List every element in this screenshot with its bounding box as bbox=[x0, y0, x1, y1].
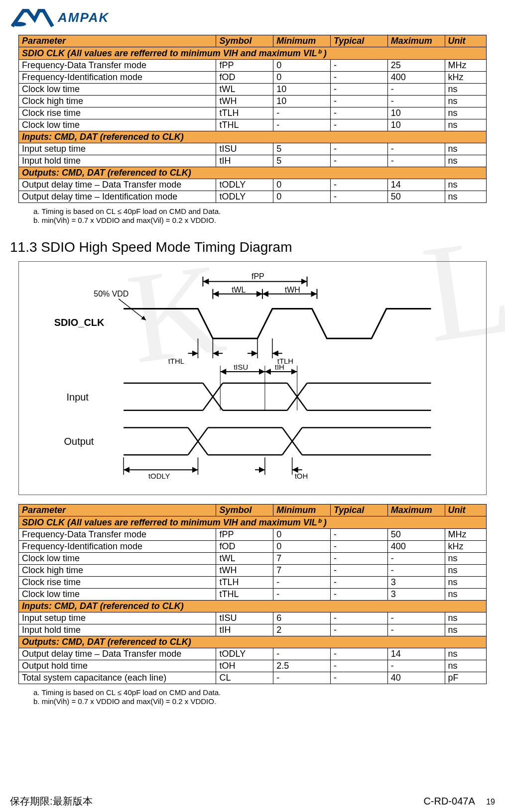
cell: - bbox=[273, 672, 331, 684]
svg-text:tIH: tIH bbox=[275, 363, 284, 371]
cell: - bbox=[387, 84, 445, 96]
cell: Clock high time bbox=[19, 96, 216, 107]
table-row: Clock rise timetTLH--10ns bbox=[19, 107, 487, 119]
cell: 0 bbox=[273, 179, 331, 191]
cell: tODLY bbox=[216, 179, 273, 191]
col-parameter: Parameter bbox=[19, 505, 216, 516]
cell: fOD bbox=[216, 541, 273, 553]
cell: Frequency-Identification mode bbox=[19, 72, 216, 84]
table-row: Output delay time – Data Transfer modetO… bbox=[19, 648, 487, 660]
cell: ns bbox=[445, 143, 486, 155]
cell: Total system capacitance (each line) bbox=[19, 672, 216, 684]
cell: 400 bbox=[387, 72, 445, 84]
col-maximum: Maximum bbox=[387, 505, 445, 516]
cell: 6 bbox=[273, 612, 331, 624]
cell: - bbox=[330, 60, 387, 72]
cell: - bbox=[387, 624, 445, 636]
cell: - bbox=[387, 612, 445, 624]
cell: MHz bbox=[445, 60, 486, 72]
cell: Clock rise time bbox=[19, 107, 216, 119]
svg-point-0 bbox=[12, 22, 26, 26]
cell: Input hold time bbox=[19, 624, 216, 636]
table-row: Clock low timetTHL--3ns bbox=[19, 589, 487, 601]
cell: CL bbox=[216, 672, 273, 684]
cell: 14 bbox=[387, 648, 445, 660]
cell: - bbox=[273, 589, 331, 601]
table-row: Clock high timetWH10--ns bbox=[19, 96, 487, 107]
cell: - bbox=[330, 577, 387, 589]
cell: tWH bbox=[216, 565, 273, 577]
cell: - bbox=[330, 107, 387, 119]
col-typical: Typical bbox=[330, 505, 387, 516]
cell: Output delay time – Data Transfer mode bbox=[19, 648, 216, 660]
cell: Frequency-Data Transfer mode bbox=[19, 529, 216, 541]
cell: Input setup time bbox=[19, 612, 216, 624]
cell: 7 bbox=[273, 565, 331, 577]
cell: 0 bbox=[273, 191, 331, 203]
cell: Output delay time – Data Transfer mode bbox=[19, 179, 216, 191]
cell: 10 bbox=[387, 119, 445, 131]
cell: Clock high time bbox=[19, 565, 216, 577]
table-row: Clock high timetWH7--ns bbox=[19, 565, 487, 577]
cell: ns bbox=[445, 577, 486, 589]
cell: tIH bbox=[216, 155, 273, 167]
cell: tTLH bbox=[216, 107, 273, 119]
section-inputs: Inputs: CMD, DAT (referenced to CLK) bbox=[19, 601, 487, 612]
cell: ns bbox=[445, 612, 486, 624]
timing-table-2: Parameter Symbol Minimum Typical Maximum… bbox=[18, 504, 487, 684]
cell: ns bbox=[445, 191, 486, 203]
cell: tWH bbox=[216, 96, 273, 107]
svg-text:tTHL: tTHL bbox=[168, 357, 184, 365]
cell: - bbox=[330, 565, 387, 577]
cell: ns bbox=[445, 565, 486, 577]
footnotes-1: a. Timing is based on CL ≤ 40pF load on … bbox=[18, 207, 487, 224]
footer-page: 19 bbox=[486, 798, 495, 806]
cell: 40 bbox=[387, 672, 445, 684]
cell: tODLY bbox=[216, 191, 273, 203]
cell: tTLH bbox=[216, 577, 273, 589]
cell: Input setup time bbox=[19, 143, 216, 155]
cell: - bbox=[330, 612, 387, 624]
table-row: Output delay time – Identification modet… bbox=[19, 191, 487, 203]
cell: 25 bbox=[387, 60, 445, 72]
table-row: Input setup timetISU5--ns bbox=[19, 143, 487, 155]
footer-left: 保存期限:最新版本 bbox=[10, 795, 93, 808]
footnote-a: a. Timing is based on CL ≤ 40pF load on … bbox=[33, 207, 487, 215]
cell: - bbox=[330, 648, 387, 660]
cell: Output hold time bbox=[19, 660, 216, 672]
logo-text: AMPAK bbox=[58, 10, 109, 25]
cell: 0 bbox=[273, 60, 331, 72]
cell: - bbox=[387, 143, 445, 155]
cell: - bbox=[330, 119, 387, 131]
col-typical: Typical bbox=[330, 35, 387, 47]
cell: - bbox=[330, 672, 387, 684]
section-outputs: Outputs: CMD, DAT (referenced to CLK) bbox=[19, 636, 487, 648]
cell: 7 bbox=[273, 553, 331, 565]
cell: ns bbox=[445, 155, 486, 167]
cell: tWL bbox=[216, 553, 273, 565]
cell: - bbox=[330, 660, 387, 672]
ampak-logo-icon bbox=[10, 5, 55, 30]
timing-diagram: fPP tWL tWH 50% VDD SDIO_CLK tTHL tTLH t… bbox=[18, 261, 487, 495]
svg-text:tWH: tWH bbox=[285, 286, 300, 294]
cell: tOH bbox=[216, 660, 273, 672]
cell: - bbox=[387, 553, 445, 565]
cell: - bbox=[330, 179, 387, 191]
cell: Output delay time – Identification mode bbox=[19, 191, 216, 203]
cell: - bbox=[330, 541, 387, 553]
cell: ns bbox=[445, 179, 486, 191]
cell: Frequency-Identification mode bbox=[19, 541, 216, 553]
col-unit: Unit bbox=[445, 35, 486, 47]
cell: pF bbox=[445, 672, 486, 684]
table-row: Frequency-Identification modefOD0-400kHz bbox=[19, 541, 487, 553]
cell: - bbox=[273, 119, 331, 131]
cell: 3 bbox=[387, 577, 445, 589]
svg-text:Input: Input bbox=[67, 392, 89, 403]
table-row: Output delay time – Data Transfer modetO… bbox=[19, 179, 487, 191]
table-row: Output hold timetOH2.5--ns bbox=[19, 660, 487, 672]
cell: Clock low time bbox=[19, 589, 216, 601]
footnotes-2: a. Timing is based on CL ≤ 40pF load on … bbox=[18, 688, 487, 706]
cell: 3 bbox=[387, 589, 445, 601]
cell: ns bbox=[445, 96, 486, 107]
section-heading: 11.3 SDIO High Speed Mode Timing Diagram bbox=[10, 239, 495, 255]
